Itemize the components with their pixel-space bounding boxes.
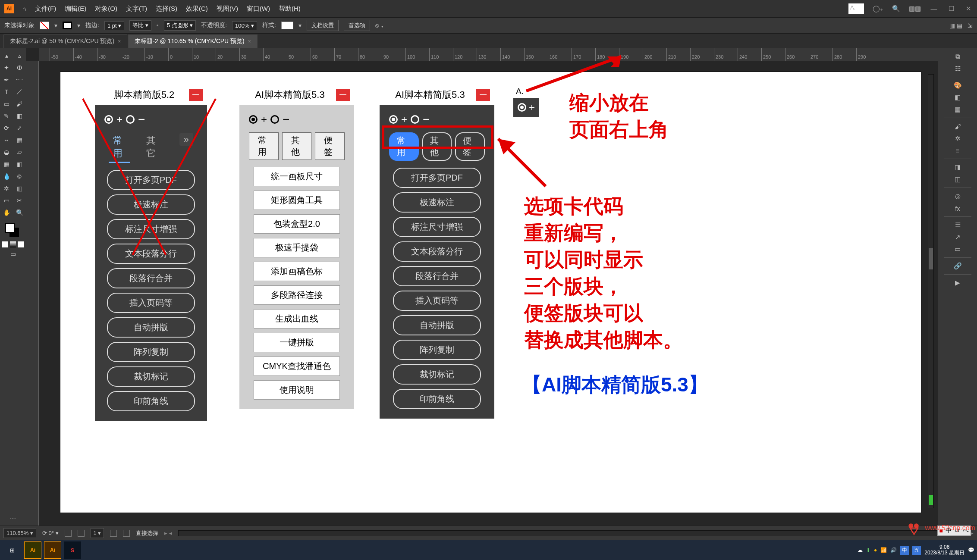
color-guide-icon[interactable]: ◧: [952, 92, 964, 103]
layers-panel-icon[interactable]: ☰: [952, 219, 964, 231]
script-button[interactable]: 裁切标记: [107, 366, 195, 387]
script-button[interactable]: 包装盒型2.0: [254, 214, 340, 234]
shape-builder-icon[interactable]: ◒: [1, 147, 12, 158]
script-button[interactable]: 极速标注: [393, 192, 481, 213]
color-panel-icon[interactable]: 🎨: [952, 80, 964, 91]
brushes-panel-icon[interactable]: 🖌: [952, 121, 964, 132]
docsetup-button[interactable]: 文档设置: [307, 20, 339, 31]
script-button[interactable]: 段落行合并: [393, 266, 481, 286]
menu-file[interactable]: 文件(F): [35, 5, 56, 13]
window-maximize[interactable]: ☐: [947, 5, 955, 13]
script-button[interactable]: 插入页码等: [393, 291, 481, 311]
artboard-tool-icon[interactable]: ▭: [1, 195, 12, 206]
shaper-tool-icon[interactable]: ✎: [1, 110, 12, 122]
tray-volume-icon[interactable]: 🔊: [890, 547, 897, 553]
script-button[interactable]: 打开多页PDF: [393, 168, 481, 188]
line-tool-icon[interactable]: ／: [14, 86, 25, 97]
style-swatch[interactable]: [281, 22, 293, 29]
script-button[interactable]: 生成出血线: [254, 309, 340, 328]
script-button[interactable]: 使用说明: [254, 380, 340, 400]
gradient-panel-icon[interactable]: ◨: [952, 162, 964, 173]
script-button[interactable]: 裁切标记: [393, 364, 481, 385]
menu-select[interactable]: 选择(S): [156, 5, 177, 13]
blend-tool-icon[interactable]: ⊚: [14, 171, 25, 182]
script-button[interactable]: 统一画板尺寸: [254, 167, 340, 186]
gradient-tool-icon[interactable]: ◧: [14, 159, 25, 170]
radio-icon[interactable]: [411, 115, 419, 124]
free-transform-icon[interactable]: ▦: [14, 135, 25, 146]
style-dd-icon[interactable]: ▾: [298, 22, 302, 29]
close-button[interactable]: [476, 89, 490, 101]
panel-collapse-icon[interactable]: ⇲: [968, 22, 973, 29]
play-icon[interactable]: ▶: [952, 277, 964, 288]
tray-icon[interactable]: ●: [874, 547, 877, 553]
none-mode-icon[interactable]: [18, 241, 24, 247]
panel53light-tab-common[interactable]: 常用: [249, 132, 279, 160]
script-button[interactable]: 极速手提袋: [254, 238, 340, 257]
canvas[interactable]: -60-50-40-30-20-100102030405060708090100…: [26, 48, 938, 526]
links-panel-icon[interactable]: 🔗: [952, 260, 964, 272]
lasso-icon[interactable]: ⵀ: [14, 62, 25, 73]
eraser-tool-icon[interactable]: ◧: [14, 110, 25, 122]
artboard-nav-field[interactable]: 1 ▾: [91, 528, 104, 538]
eyedropper-icon[interactable]: 💧: [1, 171, 12, 182]
horizontal-scrollbar[interactable]: [178, 530, 964, 536]
nav-prev-icon[interactable]: [78, 530, 85, 537]
color-mode-icon[interactable]: [2, 241, 8, 247]
minimized-panel-dock[interactable]: A.: [848, 3, 864, 14]
script-button[interactable]: 极速标注: [107, 194, 195, 215]
align-icon[interactable]: ⎋ ▾: [375, 22, 384, 29]
scale-tool-icon[interactable]: ⤢: [14, 122, 25, 134]
zoom-tool-icon[interactable]: 🔍: [14, 207, 25, 218]
script-button[interactable]: 一键拼版: [254, 333, 340, 352]
menu-edit[interactable]: 编辑(E): [65, 5, 86, 13]
stroke-panel-icon[interactable]: ≡: [952, 145, 964, 156]
asset-export-icon[interactable]: ↗: [952, 232, 964, 243]
symbol-sprayer-icon[interactable]: ✲: [1, 183, 12, 194]
magic-wand-icon[interactable]: ✦: [1, 62, 12, 73]
stroke-weight-field[interactable]: 1 pt ▾: [104, 21, 124, 30]
close-button[interactable]: [336, 89, 350, 101]
script-button[interactable]: CMYK查找潘通色: [254, 357, 340, 376]
radio-selected-icon[interactable]: [104, 115, 113, 124]
close-icon[interactable]: ×: [248, 38, 251, 44]
minus-icon[interactable]: −: [283, 113, 289, 126]
home-icon[interactable]: ⌂: [22, 5, 26, 13]
script-button[interactable]: 印前角线: [107, 391, 195, 411]
taskbar-app-ai-1[interactable]: Ai: [24, 541, 41, 559]
tray-ime2-icon[interactable]: 五: [912, 546, 921, 555]
properties-panel-icon[interactable]: ⧉: [952, 51, 964, 62]
nav-last-icon[interactable]: [123, 530, 130, 537]
pen-tool-icon[interactable]: ✒: [1, 74, 12, 85]
nav-first-icon[interactable]: [65, 530, 72, 537]
panel-arrange-icon[interactable]: ▥ ▤: [949, 22, 962, 29]
graphic-styles-icon[interactable]: fx: [952, 203, 964, 214]
fill-swatch[interactable]: [40, 22, 49, 29]
screen-mode-icon[interactable]: ▭: [7, 248, 19, 260]
workspace-switcher-icon[interactable]: ▥▥: [909, 5, 921, 13]
menu-help[interactable]: 帮助(H): [279, 5, 301, 13]
script-button[interactable]: 添加画稿色标: [254, 262, 340, 281]
edit-toolbar-icon[interactable]: ⋯: [7, 513, 19, 524]
menu-view[interactable]: 视图(V): [217, 5, 238, 13]
tray-icon[interactable]: 📶: [880, 547, 887, 553]
window-minimize[interactable]: —: [930, 5, 938, 13]
tab-doc-1[interactable]: 未标题-2.ai @ 50 % (CMYK/CPU 预览)×: [3, 34, 127, 48]
menu-type[interactable]: 文字(T): [126, 5, 147, 13]
artboards-panel-icon[interactable]: ▭: [952, 244, 964, 255]
slice-tool-icon[interactable]: ✂: [14, 195, 25, 206]
graph-tool-icon[interactable]: ▥: [14, 183, 25, 194]
gradient-mode-icon[interactable]: [10, 241, 16, 247]
swatches-panel-icon[interactable]: ▦: [952, 104, 964, 115]
taskbar-app-other[interactable]: S: [64, 541, 81, 559]
script-button[interactable]: 矩形圆角工具: [254, 191, 340, 210]
selection-tool-icon[interactable]: ▴: [1, 50, 12, 61]
script-button[interactable]: 插入页码等: [107, 293, 195, 313]
mesh-tool-icon[interactable]: ▦: [1, 159, 12, 170]
plus-icon[interactable]: +: [401, 113, 407, 125]
type-tool-icon[interactable]: T: [1, 86, 12, 97]
stroke-swatch[interactable]: [63, 22, 72, 29]
fill-stroke-control[interactable]: [5, 223, 21, 239]
symbols-panel-icon[interactable]: ✲: [952, 133, 964, 144]
rotate-view-icon[interactable]: ⟳ 0° ▾: [42, 530, 59, 536]
